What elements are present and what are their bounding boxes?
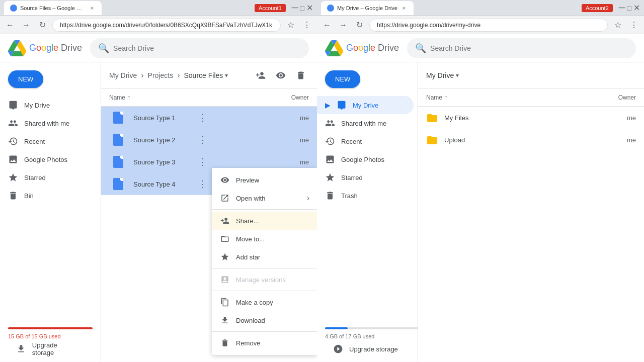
minimize-btn-left[interactable]: ─ <box>292 3 298 13</box>
mydrive-icon-left <box>8 100 18 110</box>
breadcrumb-actions <box>253 67 309 83</box>
left-file-list-header: Name ↑ Owner <box>101 88 317 107</box>
menu-item-openwith[interactable]: Open with › <box>212 189 317 207</box>
right-browser-window: My Drive – Google Drive × Account2 ─ □ ✕… <box>317 0 644 362</box>
menu-item-download[interactable]: Download <box>212 311 317 329</box>
sidebar-item-starred-left[interactable]: Starred <box>0 168 97 187</box>
sidebar-item-bin-left[interactable]: Bin <box>0 187 97 205</box>
right-tab-title: My Drive – Google Drive <box>337 5 397 11</box>
search-input-left[interactable] <box>113 44 301 52</box>
addstar-icon <box>220 252 230 262</box>
right-file-row-0[interactable]: My Files me <box>418 107 644 129</box>
new-button-left[interactable]: NEW <box>8 70 43 88</box>
sidebar-item-starred-right[interactable]: Starred <box>317 168 414 187</box>
sidebar-item-mydrive-left[interactable]: My Drive <box>0 96 97 114</box>
breadcrumb-current[interactable]: Source Files ▾ <box>184 71 228 79</box>
refresh-btn-right[interactable]: ↻ <box>353 19 365 31</box>
file-menu-btn-2[interactable]: ⋮ <box>197 156 209 168</box>
right-tab-close[interactable]: × <box>400 5 408 12</box>
file-row-1[interactable]: ⋮ Source Type 2 me <box>101 129 317 151</box>
menu-item-share[interactable]: Share... <box>212 212 317 230</box>
right-drive-logo[interactable]: Google Drive <box>325 39 399 57</box>
right-title-bar: My Drive – Google Drive × Account2 ─ □ ✕ <box>317 0 644 16</box>
sidebar-item-shared-left[interactable]: Shared with me <box>0 114 97 132</box>
my-drive-title[interactable]: My Drive ▾ <box>426 71 459 79</box>
my-drive-dropdown-arrow: ▾ <box>456 72 459 79</box>
forward-btn-right[interactable]: → <box>337 19 349 31</box>
right-file-row-1[interactable]: Upload me <box>418 129 644 151</box>
back-btn-right[interactable]: ← <box>321 19 333 31</box>
starred-icon-left <box>8 172 18 183</box>
menu-label-addstar: Add star <box>236 253 260 261</box>
file-img-2 <box>113 156 123 168</box>
forward-btn-left[interactable]: → <box>20 19 32 31</box>
bookmark-icon-right[interactable]: ☆ <box>612 19 624 31</box>
menu-item-remove[interactable]: Remove <box>212 334 317 352</box>
sidebar-item-recent-left[interactable]: Recent <box>0 132 97 150</box>
right-search-box[interactable]: 🔍 <box>407 38 636 58</box>
right-col-name-header[interactable]: Name ↑ <box>426 94 586 102</box>
drive-logo-icon-left <box>8 39 26 57</box>
close-btn-left[interactable]: ✕ <box>306 3 313 13</box>
info-action[interactable] <box>273 67 289 83</box>
search-input-right[interactable] <box>430 44 628 52</box>
file-menu-btn-0[interactable]: ⋮ <box>197 112 209 124</box>
sidebar-item-trash-right[interactable]: Trash <box>317 187 414 205</box>
file-icon-3 <box>109 175 127 193</box>
close-btn-right[interactable]: ✕ <box>633 3 640 13</box>
expand-arrow-right: ▶ <box>325 101 331 109</box>
sidebar-item-recent-right[interactable]: Recent <box>317 132 414 150</box>
file-name-1: Source Type 2 <box>133 136 259 144</box>
breadcrumb-mydrive[interactable]: My Drive <box>109 71 137 79</box>
menu-item-makecopy[interactable]: Make a copy <box>212 293 317 311</box>
left-search-box[interactable]: 🔍 <box>90 38 309 58</box>
url-bar-right[interactable] <box>369 19 608 32</box>
right-sidebar: NEW ▶ My Drive Shared with me <box>317 62 418 362</box>
url-bar-left[interactable] <box>52 19 281 32</box>
search-icon-left: 🔍 <box>98 43 109 54</box>
upgrade-btn-right[interactable]: Upgrade storage <box>325 340 416 358</box>
recent-icon-left <box>8 136 18 146</box>
sort-icon: ↑ <box>127 94 131 102</box>
file-menu-btn-3[interactable]: ⋮ <box>197 178 209 190</box>
right-account-badge: Account2 <box>582 4 613 12</box>
left-tab[interactable]: Source Files – Google Dr... × <box>4 1 102 15</box>
recent-icon-right <box>325 136 335 146</box>
breadcrumb-sep-1: › <box>141 71 143 80</box>
menu-item-addstar[interactable]: Add star <box>212 248 317 266</box>
refresh-btn-left[interactable]: ↻ <box>36 19 48 31</box>
maximize-btn-right[interactable]: □ <box>627 4 631 12</box>
sidebar-item-shared-right[interactable]: Shared with me <box>317 114 414 132</box>
menu-item-moveto[interactable]: Move to... <box>212 230 317 248</box>
sidebar-item-photos-right[interactable]: Google Photos <box>317 150 414 168</box>
minimize-btn-right[interactable]: ─ <box>619 3 625 13</box>
menu-item-preview[interactable]: Preview <box>212 171 317 189</box>
left-drive-logo[interactable]: Google Drive <box>8 39 82 57</box>
upgrade-btn-left[interactable]: Upgrade storage <box>8 340 89 358</box>
storage-bar-left <box>8 327 93 329</box>
upgrade-icon-left <box>16 344 26 354</box>
col-name-header[interactable]: Name ↑ <box>109 94 259 102</box>
left-tab-favicon <box>10 5 17 12</box>
file-row-0[interactable]: ⋮ Source Type 1 me <box>101 107 317 129</box>
sidebar-item-mydrive-right[interactable]: ▶ My Drive <box>317 96 414 114</box>
delete-action[interactable] <box>293 67 309 83</box>
right-drive-header: Google Drive 🔍 <box>317 34 644 62</box>
right-tab[interactable]: My Drive – Google Drive × <box>321 1 414 15</box>
sidebar-item-photos-left[interactable]: Google Photos <box>0 150 97 168</box>
manageversions-icon <box>220 275 230 285</box>
file-menu-btn-1[interactable]: ⋮ <box>197 134 209 146</box>
add-person-action[interactable] <box>253 67 269 83</box>
maximize-btn-left[interactable]: □ <box>300 4 304 12</box>
menu-icon-right[interactable]: ⋮ <box>628 19 640 31</box>
search-icon-right: 🔍 <box>415 43 426 54</box>
new-button-right[interactable]: NEW <box>325 70 360 88</box>
left-tab-close[interactable]: × <box>89 5 96 12</box>
menu-icon-left[interactable]: ⋮ <box>301 19 313 31</box>
breadcrumb-projects[interactable]: Projects <box>148 71 174 79</box>
bin-icon-left <box>8 191 18 201</box>
back-btn-left[interactable]: ← <box>4 19 16 31</box>
menu-divider-1 <box>212 209 317 210</box>
sidebar-label-shared-right: Shared with me <box>341 120 386 127</box>
bookmark-icon-left[interactable]: ☆ <box>285 19 297 31</box>
